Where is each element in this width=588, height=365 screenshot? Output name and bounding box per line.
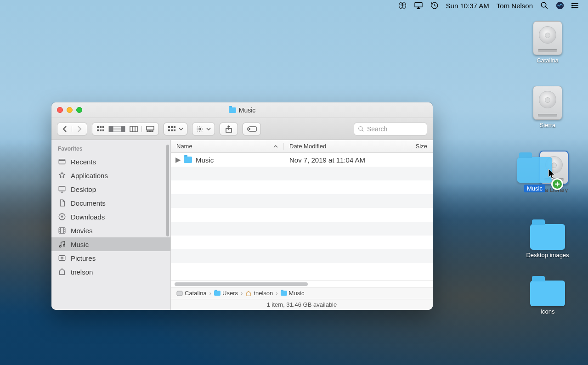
siri-icon[interactable]: [556, 1, 564, 10]
svg-rect-21: [152, 131, 153, 132]
airplay-icon[interactable]: [414, 2, 423, 9]
accessibility-icon[interactable]: [398, 1, 407, 10]
desktop-item-label: Catalina: [537, 57, 559, 64]
file-row[interactable]: ▶ Music Nov 7, 2019 at 11:04 AM: [171, 153, 433, 167]
path-segment-label: Catalina: [185, 290, 207, 297]
sidebar-item-desktop[interactable]: Desktop: [51, 182, 170, 196]
sidebar-item-documents[interactable]: Documents: [51, 196, 170, 210]
content-area: Name Date Modified Size ▶ Music: [171, 140, 433, 310]
share-button[interactable]: [220, 123, 238, 135]
sidebar-item-downloads[interactable]: Downloads: [51, 210, 170, 224]
desktop-folder-icons[interactable]: Icons: [520, 281, 575, 315]
svg-rect-18: [147, 126, 154, 130]
empty-row: [171, 249, 433, 263]
close-button[interactable]: [57, 107, 63, 113]
sidebar-header: Favorites: [51, 145, 170, 155]
svg-rect-9: [100, 126, 102, 128]
file-list: ▶ Music Nov 7, 2019 at 11:04 AM: [171, 153, 433, 281]
svg-point-39: [61, 257, 63, 259]
empty-row: [171, 208, 433, 222]
path-segment[interactable]: tnelson: [245, 290, 273, 297]
svg-rect-14: [113, 127, 121, 128]
finder-window: Music: [51, 102, 433, 310]
disclosure-triangle-icon[interactable]: ▶: [175, 156, 180, 164]
scrollbar-thumb[interactable]: [175, 282, 308, 286]
time-machine-icon[interactable]: [430, 1, 439, 10]
search-icon: [358, 126, 364, 132]
svg-rect-24: [174, 126, 175, 128]
sidebar-item-pictures[interactable]: Pictures: [51, 251, 170, 265]
folder-icon: [281, 291, 287, 296]
desktop-item-label: Desktop images: [526, 252, 569, 258]
menubar-username[interactable]: Tom Nelson: [497, 2, 533, 10]
column-header-name[interactable]: Name: [171, 143, 284, 150]
gear-icon: [196, 125, 204, 133]
desktop-item-label: Icons: [540, 308, 554, 315]
view-icons-button[interactable]: [92, 126, 109, 132]
folder-icon: [229, 107, 236, 113]
tag-icon: [247, 126, 257, 132]
horizontal-scrollbar[interactable]: [171, 281, 433, 287]
recents-icon: [58, 157, 66, 166]
search-input[interactable]: Search: [354, 123, 427, 135]
spotlight-icon[interactable]: [540, 1, 548, 10]
column-headers: Name Date Modified Size: [171, 140, 433, 153]
sidebar-item-label: Downloads: [71, 213, 105, 221]
chevron-down-icon: [179, 128, 183, 130]
menu-bar: Sun 10:37 AM Tom Nelson: [390, 0, 588, 11]
desktop-folder-desktop-images[interactable]: Desktop images: [520, 224, 575, 258]
sidebar-item-applications[interactable]: Applications: [51, 168, 170, 182]
svg-rect-12: [100, 129, 102, 131]
path-segment[interactable]: Users: [214, 290, 238, 297]
back-button[interactable]: [57, 126, 72, 132]
sidebar-item-movies[interactable]: Movies: [51, 224, 170, 237]
column-header-size[interactable]: Size: [404, 143, 433, 150]
window-titlebar[interactable]: Music: [51, 102, 433, 118]
column-header-label: Name: [176, 143, 192, 150]
notification-center-icon[interactable]: [571, 2, 580, 9]
sidebar: Favorites Recents Applications Desktop D…: [51, 140, 171, 310]
sidebar-item-home[interactable]: tnelson: [51, 265, 170, 279]
view-columns-button[interactable]: [125, 126, 142, 132]
hdd-icon: [533, 86, 562, 120]
dragged-folder: Music: [517, 157, 552, 192]
view-mode-segment: [92, 123, 159, 135]
view-list-button[interactable]: [109, 126, 125, 132]
folder-icon: [530, 224, 565, 250]
menubar-datetime[interactable]: Sun 10:37 AM: [446, 2, 489, 10]
pictures-icon: [58, 254, 66, 262]
chevron-right-icon: ›: [276, 290, 277, 297]
column-header-label: Date Modified: [289, 143, 326, 150]
svg-rect-27: [174, 129, 175, 131]
view-gallery-button[interactable]: [142, 126, 158, 132]
sidebar-item-label: Movies: [71, 227, 93, 235]
path-segment[interactable]: Catalina: [176, 290, 207, 297]
svg-rect-10: [102, 126, 104, 128]
svg-rect-2: [415, 3, 422, 7]
path-segment-label: Users: [222, 290, 238, 297]
svg-rect-13: [102, 129, 104, 131]
forward-button[interactable]: [72, 126, 87, 132]
sidebar-item-label: Desktop: [71, 185, 96, 193]
minimize-button[interactable]: [67, 107, 73, 113]
svg-point-36: [59, 246, 61, 247]
desktop-disk-sierra[interactable]: Sierra: [520, 86, 575, 129]
scrollbar[interactable]: [166, 145, 169, 236]
group-by-dropdown[interactable]: [164, 123, 187, 135]
tags-button[interactable]: [243, 123, 261, 135]
path-segment[interactable]: Music: [281, 290, 305, 297]
action-dropdown[interactable]: [192, 123, 215, 135]
sidebar-item-recents[interactable]: Recents: [51, 155, 170, 168]
file-date: Nov 7, 2019 at 11:04 AM: [284, 156, 433, 164]
svg-point-6: [571, 5, 572, 6]
folder-icon: [214, 291, 220, 296]
hdd-icon: [176, 291, 183, 296]
window-controls: [57, 107, 82, 113]
svg-rect-20: [149, 131, 151, 132]
zoom-button[interactable]: [76, 107, 82, 113]
desktop-disk-catalina[interactable]: Catalina: [520, 21, 575, 64]
folder-icon: [517, 157, 552, 183]
column-header-date[interactable]: Date Modified: [284, 143, 404, 150]
svg-rect-23: [171, 126, 173, 128]
sidebar-item-music[interactable]: Music: [51, 237, 170, 251]
